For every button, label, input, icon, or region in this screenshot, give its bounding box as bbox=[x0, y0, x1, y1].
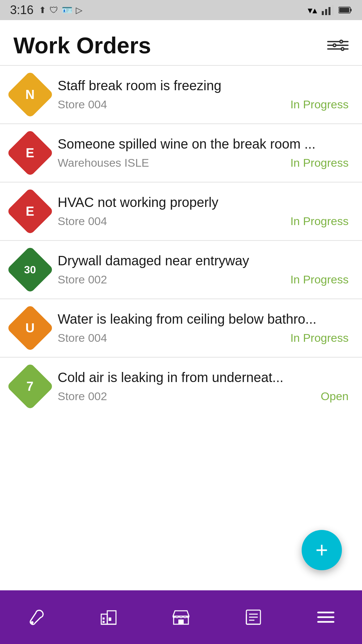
work-order-item[interactable]: 30 Drywall damaged near entryway Store 0… bbox=[0, 241, 362, 299]
autostarts-icon: ⬆ bbox=[39, 5, 46, 15]
item-content: Water is leaking from ceiling below bath… bbox=[58, 312, 349, 344]
signal-icon bbox=[322, 5, 334, 15]
plus-icon: + bbox=[315, 539, 328, 561]
page-title: Work Orders bbox=[13, 32, 151, 58]
svg-rect-9 bbox=[107, 611, 116, 624]
item-meta: Store 004 In Progress bbox=[58, 98, 349, 111]
badge: N bbox=[6, 71, 54, 118]
item-content: Drywall damaged near entryway Store 002 … bbox=[58, 253, 349, 286]
badge-text: N bbox=[25, 87, 35, 102]
wrench-icon bbox=[27, 608, 45, 626]
assets-icon bbox=[99, 608, 119, 626]
badge: E bbox=[6, 129, 54, 176]
sim-icon: 🪪 bbox=[62, 5, 72, 15]
badge: E bbox=[6, 187, 54, 235]
item-title: Staff break room is freezing bbox=[58, 78, 349, 93]
item-content: Staff break room is freezing Store 004 I… bbox=[58, 78, 349, 111]
svg-rect-1 bbox=[325, 9, 327, 15]
header: Work Orders bbox=[0, 20, 362, 65]
svg-point-7 bbox=[31, 621, 34, 624]
play-icon: ▷ bbox=[76, 5, 82, 15]
nav-assets[interactable] bbox=[72, 590, 145, 644]
svg-rect-15 bbox=[178, 620, 184, 624]
item-location: Store 002 bbox=[58, 273, 107, 286]
store-icon bbox=[171, 608, 191, 626]
svg-rect-0 bbox=[322, 11, 324, 15]
item-content: Cold air is leaking in from underneat...… bbox=[58, 370, 349, 403]
item-title: HVAC not working properly bbox=[58, 195, 349, 210]
wifi-icon: ▾▴ bbox=[308, 5, 317, 16]
item-location: Store 002 bbox=[58, 390, 107, 403]
work-order-item[interactable]: E HVAC not working properly Store 004 In… bbox=[0, 182, 362, 240]
bottom-nav bbox=[0, 590, 362, 644]
status-bar-right: ▾▴ bbox=[308, 5, 352, 16]
item-title: Drywall damaged near entryway bbox=[58, 253, 349, 268]
status-bar: 3:16 ⬆ 🛡 🪪 ▷ ▾▴ bbox=[0, 0, 362, 20]
nav-reports[interactable] bbox=[217, 590, 290, 644]
badge-text: E bbox=[26, 204, 34, 218]
item-status: In Progress bbox=[290, 215, 349, 228]
reports-icon bbox=[244, 608, 262, 626]
item-location: Store 004 bbox=[58, 331, 107, 344]
badge-text: U bbox=[25, 321, 35, 335]
item-status: In Progress bbox=[290, 156, 349, 169]
status-icons: ⬆ 🛡 🪪 ▷ bbox=[39, 5, 82, 15]
item-status: In Progress bbox=[290, 331, 349, 344]
badge-text: 7 bbox=[26, 379, 34, 393]
work-order-item[interactable]: 7 Cold air is leaking in from underneat.… bbox=[0, 358, 362, 415]
item-content: HVAC not working properly Store 004 In P… bbox=[58, 195, 349, 228]
battery-icon bbox=[339, 6, 352, 14]
filter-button[interactable] bbox=[327, 41, 349, 50]
nav-more[interactable] bbox=[290, 590, 362, 644]
work-order-item[interactable]: N Staff break room is freezing Store 004… bbox=[0, 66, 362, 123]
item-location: Warehouses ISLE bbox=[58, 156, 149, 169]
svg-rect-2 bbox=[328, 7, 330, 15]
svg-rect-11 bbox=[109, 618, 111, 621]
work-order-list: N Staff break room is freezing Store 004… bbox=[0, 66, 362, 415]
item-title: Someone spilled wine on the break room .… bbox=[58, 137, 349, 152]
item-meta: Store 004 In Progress bbox=[58, 331, 349, 344]
nav-store[interactable] bbox=[145, 590, 217, 644]
work-order-item[interactable]: E Someone spilled wine on the break room… bbox=[0, 124, 362, 182]
add-work-order-fab[interactable]: + bbox=[302, 530, 342, 570]
item-meta: Warehouses ISLE In Progress bbox=[58, 156, 349, 169]
menu-icon bbox=[317, 610, 335, 624]
badge: 30 bbox=[6, 246, 54, 293]
svg-rect-6 bbox=[339, 8, 349, 12]
item-location: Store 004 bbox=[58, 98, 107, 111]
work-order-item[interactable]: U Water is leaking from ceiling below ba… bbox=[0, 299, 362, 357]
badge: 7 bbox=[6, 363, 54, 410]
svg-rect-5 bbox=[350, 9, 352, 11]
item-status: In Progress bbox=[290, 98, 349, 111]
item-meta: Store 002 Open bbox=[58, 390, 349, 403]
nav-work-orders[interactable] bbox=[0, 590, 72, 644]
item-location: Store 004 bbox=[58, 215, 107, 228]
item-meta: Store 004 In Progress bbox=[58, 215, 349, 228]
svg-rect-12 bbox=[103, 618, 105, 620]
item-meta: Store 002 In Progress bbox=[58, 273, 349, 286]
item-title: Water is leaking from ceiling below bath… bbox=[58, 312, 349, 327]
status-time: 3:16 bbox=[10, 3, 34, 17]
shield-icon: 🛡 bbox=[50, 5, 58, 15]
svg-rect-13 bbox=[103, 621, 105, 623]
svg-rect-3 bbox=[332, 5, 334, 15]
item-status: Open bbox=[321, 390, 349, 403]
badge: U bbox=[6, 304, 54, 352]
badge-text: 30 bbox=[24, 264, 36, 276]
item-title: Cold air is leaking in from underneat... bbox=[58, 370, 349, 385]
badge-text: E bbox=[26, 146, 34, 160]
item-status: In Progress bbox=[290, 273, 349, 286]
item-content: Someone spilled wine on the break room .… bbox=[58, 137, 349, 169]
